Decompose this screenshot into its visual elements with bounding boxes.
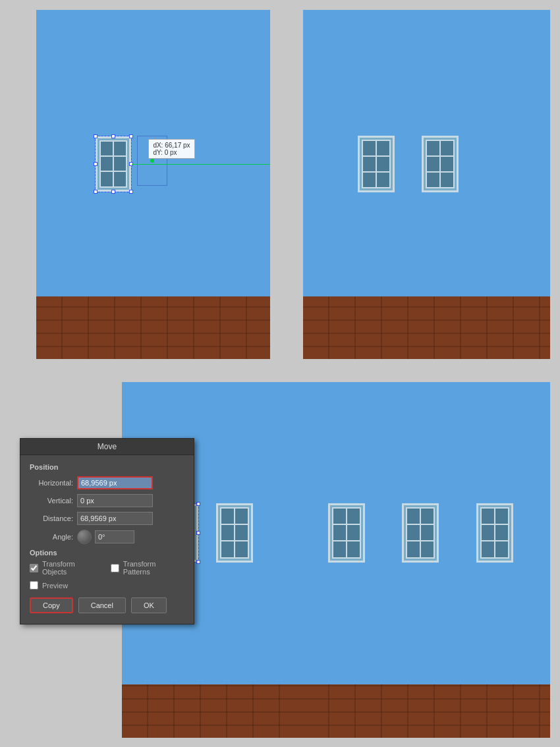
options-section: Options Transform Objects Transform Patt… — [30, 549, 184, 576]
dialog-title: Move — [20, 439, 194, 455]
ok-button[interactable]: OK — [131, 597, 167, 613]
position-section-label: Position — [30, 463, 184, 471]
window-br-1 — [328, 503, 365, 563]
transform-patterns-checkbox[interactable] — [111, 564, 119, 572]
canvas-area: dX: 66,17 px dY: 0 px — [0, 0, 560, 747]
angle-dial-icon[interactable] — [77, 530, 92, 544]
distance-input[interactable] — [77, 512, 153, 525]
horizontal-row: Horizontal: — [30, 476, 184, 489]
window-result-1 — [358, 136, 395, 192]
panel-top-left: dX: 66,17 px dY: 0 px — [36, 10, 270, 359]
move-dialog: Move Position Horizontal: Vertical: Dist… — [20, 438, 194, 624]
cancel-button[interactable]: Cancel — [78, 597, 126, 613]
horizontal-input[interactable] — [77, 476, 153, 489]
move-tooltip: dX: 66,17 px dY: 0 px — [148, 139, 194, 159]
panel-top-right — [303, 10, 550, 359]
transform-objects-checkbox[interactable] — [30, 564, 38, 572]
vertical-label: Vertical: — [30, 497, 77, 505]
distance-row: Distance: — [30, 512, 184, 525]
preview-row: Preview — [30, 581, 184, 590]
angle-input[interactable] — [95, 530, 134, 543]
transform-patterns-label: Transform Patterns — [123, 560, 184, 576]
window-1-selected[interactable] — [95, 136, 132, 192]
window-br-2 — [402, 503, 439, 563]
distance-label: Distance: — [30, 514, 77, 522]
panel-bottom-right — [303, 382, 550, 738]
copy-button[interactable]: Copy — [30, 597, 73, 613]
move-arrow-line — [132, 164, 270, 165]
preview-checkbox[interactable] — [30, 581, 38, 590]
vertical-row: Vertical: — [30, 494, 184, 507]
options-label: Options — [30, 549, 184, 557]
window-br-3 — [476, 503, 513, 563]
transform-objects-row: Transform Objects Transform Patterns — [30, 560, 184, 576]
transform-objects-label: Transform Objects — [42, 560, 101, 576]
angle-label: Angle: — [30, 533, 77, 541]
angle-row: Angle: — [30, 530, 184, 544]
preview-label: Preview — [42, 582, 68, 590]
vertical-input[interactable] — [77, 494, 153, 507]
dialog-buttons: Copy Cancel OK — [30, 597, 184, 616]
window-result-2 — [422, 136, 459, 192]
window-bl-2 — [216, 503, 253, 563]
horizontal-label: Horizontal: — [30, 479, 77, 487]
